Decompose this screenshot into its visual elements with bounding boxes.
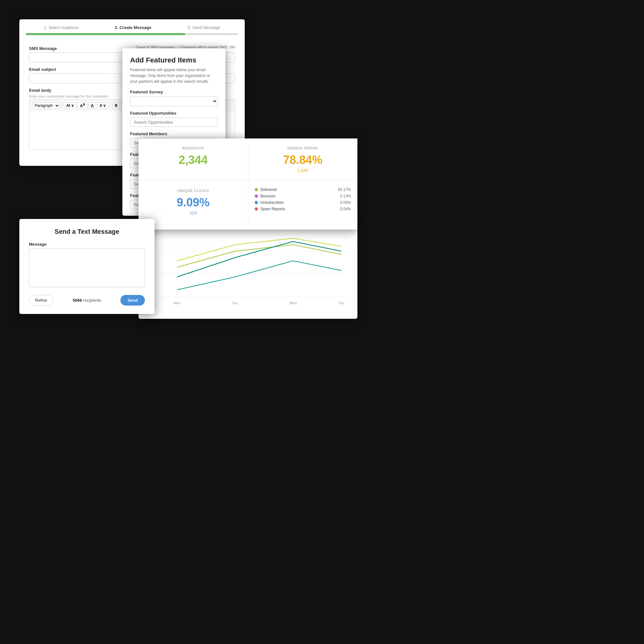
legend-pct-3: 0.04% [340, 207, 351, 211]
unique-clicks-label: UNIQUE CLICKS [145, 189, 241, 193]
toolbar-sep-2 [110, 103, 110, 108]
legend-name-1: Bounces [260, 194, 340, 198]
legend-dot-1 [255, 194, 258, 198]
send-button[interactable]: Send [120, 295, 145, 306]
x-label-tue: Tue [232, 301, 238, 305]
legend-item-2: Unsubscribes 0.00% [255, 200, 351, 205]
x-label-wed: Wed [289, 301, 297, 305]
recipients-label: recipients [83, 298, 101, 303]
wizard-progress [26, 33, 238, 35]
wizard-steps: 1. Select Audience 2. Create Message 3. … [19, 19, 245, 30]
legend-card: Delivered 93.17% Bounces 0.13% Unsubscri… [248, 181, 358, 223]
unique-opens-value: 78.84% [255, 153, 351, 167]
unique-clicks-card: UNIQUE CLICKS 9.09% 213 [138, 181, 248, 223]
progress-done [26, 33, 132, 35]
unique-opens-label: UNIQUE OPENS [255, 146, 351, 150]
legend-name-3: Spam Reports [260, 207, 340, 211]
progress-todo [185, 33, 238, 35]
x-label-thu: Thu [338, 301, 345, 305]
legend-pct-2: 0.00% [340, 200, 351, 205]
unique-clicks-sub: 213 [145, 211, 241, 215]
stats-top-grid: REQUESTS 2,344 UNIQUE OPENS 78.84% 1,848 [138, 138, 357, 181]
chart-panel: 0 200 400 Mon Tue Wed Thu [138, 219, 357, 319]
font-btn[interactable]: AA [78, 102, 87, 109]
text-color-btn[interactable]: A [89, 102, 96, 109]
legend-dot-3 [255, 207, 258, 211]
legend-dot-0 [255, 188, 258, 191]
stats-bottom-grid: UNIQUE CLICKS 9.09% 213 Delivered 93.17%… [138, 181, 357, 223]
legend-item-3: Spam Reports 0.04% [255, 207, 351, 211]
toolbar-sep-1 [62, 103, 62, 108]
legend-pct-1: 0.13% [340, 194, 351, 198]
members-label: Featured Members [130, 131, 218, 136]
requests-label: REQUESTS [145, 146, 241, 150]
unique-clicks-value: 9.09% [145, 196, 241, 209]
survey-select[interactable] [130, 96, 218, 106]
font-size-btn[interactable]: AI ∨ [64, 102, 76, 109]
requests-value: 2,344 [145, 153, 241, 167]
legend-item-0: Delivered 93.17% [255, 187, 351, 192]
recipients-count: 5666 [73, 298, 82, 303]
chart-line-4 [177, 261, 341, 290]
refine-button[interactable]: Refine [29, 295, 53, 306]
sms-label: SMS Message [29, 46, 57, 51]
opportunities-search[interactable] [130, 118, 218, 127]
send-text-title: Send a Text Message [29, 228, 145, 235]
message-textarea[interactable] [29, 249, 145, 287]
progress-active [132, 33, 185, 35]
recipients-text: 5666 recipients [73, 298, 101, 303]
paragraph-select[interactable]: Paragraph [32, 102, 60, 109]
legend-name-0: Delivered [260, 187, 338, 192]
chart-line-3 [177, 241, 341, 277]
wizard-step-1: 1. Select Audience [44, 25, 79, 30]
requests-card: REQUESTS 2,344 [138, 138, 248, 181]
stats-panel: REQUESTS 2,344 UNIQUE OPENS 78.84% 1,848… [138, 138, 357, 230]
featured-description: Featured items will appear below your em… [130, 67, 218, 84]
opportunities-label: Featured Opportunities [130, 111, 218, 116]
survey-label: Featured Survey [130, 90, 218, 94]
chart-area: 0 200 400 Mon Tue Wed Thu [145, 222, 351, 312]
unique-opens-card: UNIQUE OPENS 78.84% 1,848 [248, 138, 358, 181]
sms-footer: Refine 5666 recipients Send [29, 295, 145, 306]
legend-name-2: Unsubscribes [260, 200, 340, 205]
chart-line-1 [177, 245, 341, 267]
wizard-step-3: 3. Send Message [188, 25, 220, 30]
legend-pct-0: 93.17% [338, 187, 351, 192]
message-label: Message [29, 242, 145, 247]
wizard-step-2: 2. Create Message [115, 25, 151, 30]
unique-opens-sub: 1,848 [255, 168, 351, 173]
x-label-mon: Mon [174, 301, 180, 305]
bg-color-btn[interactable]: A ∨ [97, 102, 109, 109]
send-text-panel: Send a Text Message Message Refine 5666 … [19, 219, 155, 314]
legend-items: Delivered 93.17% Bounces 0.13% Unsubscri… [255, 187, 351, 211]
chart-svg: 0 200 400 Mon Tue Wed Thu [145, 222, 351, 312]
featured-title: Add Featured Items [130, 56, 218, 64]
legend-dot-2 [255, 201, 258, 204]
bold-btn[interactable]: B [112, 102, 120, 109]
legend-item-1: Bounces 0.13% [255, 194, 351, 198]
